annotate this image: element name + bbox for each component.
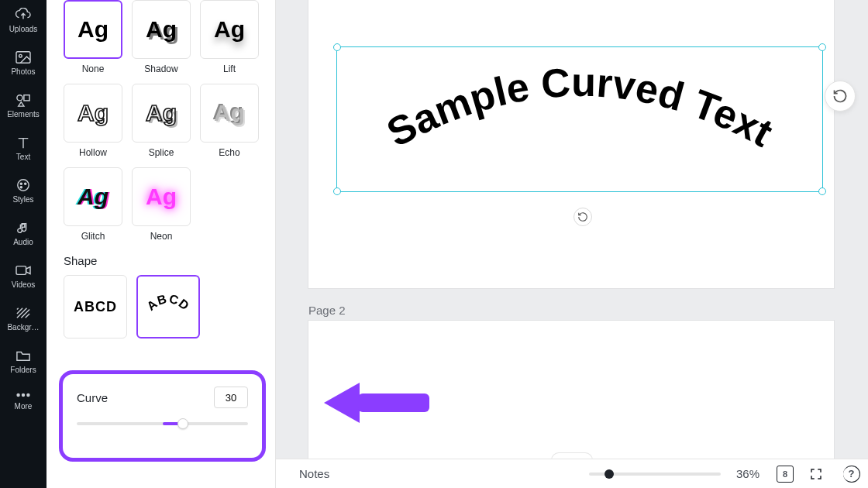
rail-item-more[interactable]: More — [0, 383, 46, 420]
effect-lift-thumb: Ag — [200, 0, 259, 59]
rail-item-videos[interactable]: Videos — [0, 256, 46, 298]
effect-shadow[interactable]: Ag Shadow — [132, 0, 191, 74]
svg-point-9 — [17, 394, 19, 397]
rail-label-elements: Elements — [7, 110, 40, 119]
rail-item-styles[interactable]: Styles — [0, 170, 46, 213]
canvas-area[interactable]: Sample Curved Text Page 2 No — [276, 0, 868, 488]
rail-label-audio: Audio — [13, 238, 33, 246]
rail-item-background[interactable]: Backgr… — [0, 298, 46, 341]
svg-point-10 — [22, 394, 25, 397]
rail-item-audio[interactable]: Audio — [0, 213, 46, 256]
page-grid-button[interactable]: 8 — [773, 464, 797, 484]
effect-shadow-thumb: Ag — [132, 0, 191, 59]
rail-label-styles: Styles — [12, 195, 33, 204]
effect-neon-thumb: Ag — [132, 167, 191, 226]
shape-option-none[interactable]: ABCD — [64, 275, 127, 339]
effect-neon[interactable]: Ag Neon — [132, 167, 191, 242]
fullscreen-button[interactable] — [804, 464, 828, 484]
rail-item-folders[interactable]: Folders — [0, 341, 46, 383]
svg-point-5 — [20, 183, 22, 184]
svg-point-4 — [18, 180, 29, 191]
curve-value-input[interactable]: 30 — [214, 387, 248, 408]
effect-lift-label: Lift — [223, 64, 236, 74]
effect-lift[interactable]: Ag Lift — [200, 0, 259, 74]
effect-none-label: None — [82, 64, 105, 74]
curve-label: Curve — [77, 391, 108, 404]
curve-slider[interactable] — [77, 422, 248, 425]
shape-section-title: Shape — [64, 254, 261, 267]
bottom-bar: Notes 36% 8 ? — [276, 459, 868, 488]
rail-label-folders: Folders — [10, 366, 36, 374]
notes-button[interactable]: Notes — [299, 467, 329, 480]
resize-handle-tr[interactable] — [818, 43, 826, 51]
rail-item-photos[interactable]: Photos — [0, 43, 46, 85]
resize-handle-bl[interactable] — [333, 187, 341, 195]
rail-item-elements[interactable]: Elements — [0, 85, 46, 128]
left-tool-rail: Uploads Photos Elements Text Styles Audi… — [0, 0, 46, 488]
effect-glitch-thumb: Ag — [64, 167, 122, 226]
effect-none[interactable]: Ag None — [64, 0, 122, 74]
effect-splice[interactable]: Ag Splice — [132, 84, 191, 158]
effect-hollow[interactable]: Ag Hollow — [64, 84, 122, 158]
help-button[interactable]: ? — [835, 464, 859, 484]
zoom-value[interactable]: 36% — [736, 467, 760, 480]
resize-handle-tl[interactable] — [333, 43, 341, 51]
rail-item-text[interactable]: Text — [0, 128, 46, 170]
svg-point-1 — [19, 54, 22, 57]
rail-label-background: Backgr… — [7, 323, 39, 332]
effect-echo-label: Echo — [219, 147, 239, 158]
rotate-handle[interactable] — [574, 208, 592, 226]
rail-label-text: Text — [16, 153, 30, 161]
zoom-slider[interactable] — [589, 473, 721, 476]
effect-splice-thumb: Ag — [132, 84, 191, 143]
effect-echo-thumb: Ag — [200, 84, 259, 143]
rail-label-photos: Photos — [11, 67, 35, 76]
svg-text:ABCD: ABCD — [144, 292, 191, 313]
effect-shadow-label: Shadow — [144, 64, 177, 74]
effect-hollow-label: Hollow — [79, 147, 107, 158]
effect-hollow-thumb: Ag — [64, 84, 122, 143]
svg-point-6 — [25, 183, 26, 184]
svg-point-7 — [20, 187, 22, 188]
effect-neon-label: Neon — [150, 231, 173, 242]
rail-label-uploads: Uploads — [9, 25, 38, 33]
resize-handle-br[interactable] — [818, 187, 826, 195]
annotation-arrow-icon — [324, 378, 432, 431]
effect-glitch-label: Glitch — [81, 231, 105, 242]
svg-rect-3 — [24, 95, 29, 101]
effects-panel: Ag None Ag Shadow Ag Lift Ag Hollow Ag S… — [46, 0, 276, 488]
svg-point-11 — [27, 394, 29, 397]
curve-control-box: Curve 30 — [59, 370, 266, 462]
effect-echo[interactable]: Ag Echo — [200, 84, 259, 158]
rail-label-more: More — [15, 402, 33, 411]
page-2-label: Page 2 — [308, 304, 346, 317]
rail-label-videos: Videos — [12, 280, 35, 289]
effect-none-thumb: Ag — [64, 0, 122, 59]
svg-point-2 — [17, 95, 22, 101]
shape-option-curve[interactable]: ABCD — [136, 275, 200, 339]
rail-item-uploads[interactable]: Uploads — [0, 0, 46, 43]
svg-rect-8 — [16, 266, 26, 275]
effect-glitch[interactable]: Ag Glitch — [64, 167, 122, 242]
selection-outline — [336, 46, 823, 192]
effect-splice-label: Splice — [149, 147, 174, 158]
svg-rect-15 — [358, 393, 429, 412]
undo-button[interactable] — [825, 81, 856, 112]
svg-marker-14 — [324, 383, 360, 423]
